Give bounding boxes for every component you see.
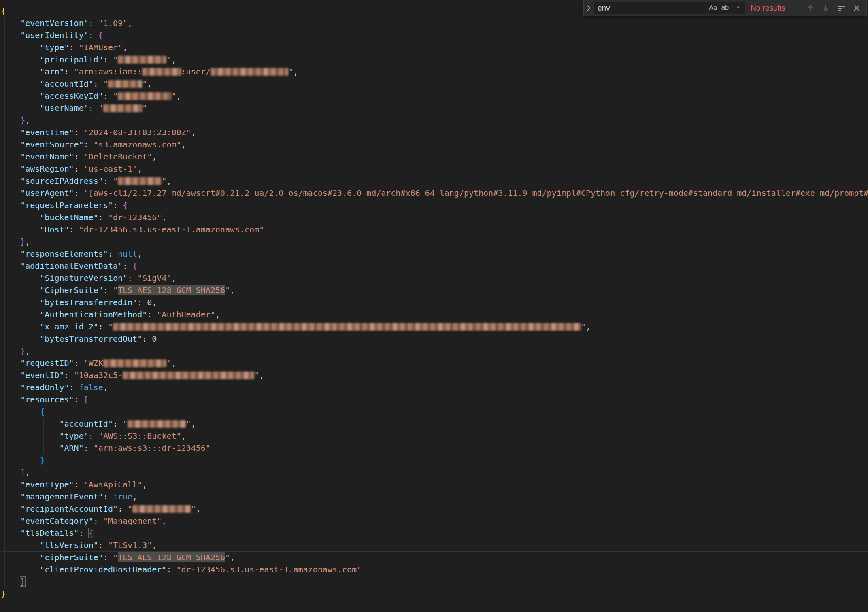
- redacted-text: [118, 92, 171, 100]
- code-token: [1, 225, 40, 234]
- code-token: [1, 468, 20, 477]
- redacted-text: [142, 68, 181, 76]
- code-token: "AWS::S3::Bucket": [98, 431, 181, 441]
- code-token: :: [89, 30, 98, 40]
- code-token: :: [89, 18, 98, 28]
- code-token: ": [142, 103, 147, 113]
- code-token: [1, 577, 20, 586]
- code-token: ": [162, 176, 166, 186]
- code-token: :: [103, 55, 113, 64]
- code-token: ,: [181, 431, 186, 441]
- code-token: [1, 273, 40, 283]
- next-match-button[interactable]: [819, 2, 832, 14]
- find-input[interactable]: [594, 4, 707, 13]
- code-token: [1, 188, 20, 198]
- code-token: "WZK: [84, 358, 103, 368]
- code-token: "x-amz-id-2": [40, 322, 98, 332]
- whole-word-button[interactable]: ab: [719, 3, 731, 13]
- editor[interactable]: { "eventVersion": "1.09", "userIdentity"…: [0, 0, 868, 612]
- code-line: ],: [1, 466, 868, 478]
- code-token: "eventVersion": [20, 18, 89, 28]
- code-token: "CipherSuite": [40, 285, 103, 295]
- match-case-button[interactable]: Aa: [707, 3, 719, 13]
- code-token: "recipientAccountId": [20, 504, 118, 514]
- code-token: "SigV4": [137, 273, 171, 283]
- code-line: "clientProvidedHostHeader": "dr-123456.s…: [1, 563, 868, 576]
- code-line: "principalId": "",: [1, 53, 868, 66]
- code-token: "IAMUser": [79, 42, 123, 52]
- code-token: "DeleteBucket": [84, 152, 152, 162]
- chevron-right-icon: [585, 4, 592, 12]
- code-token: [1, 565, 40, 574]
- code-line: "eventSource": "s3.amazonaws.com",: [1, 138, 868, 151]
- code-token: [1, 395, 20, 404]
- redacted-text: [118, 56, 166, 64]
- code-token: [1, 382, 20, 392]
- code-token: :: [84, 443, 94, 453]
- code-token: ,: [103, 382, 108, 392]
- find-input-box: Aa ab .*: [594, 2, 745, 14]
- code-token: [1, 140, 20, 149]
- close-find-button[interactable]: [850, 2, 863, 14]
- redacted-text: [103, 104, 142, 112]
- code-token: :: [98, 212, 108, 222]
- code-token: :: [128, 273, 137, 283]
- code-token: [1, 370, 20, 380]
- code-token: :: [74, 480, 84, 489]
- code-line: "Host": "dr-123456.s3.us-east-1.amazonaw…: [1, 223, 868, 236]
- code-token: ": [166, 55, 171, 64]
- code-token: ": [225, 552, 230, 562]
- code-token: [1, 455, 40, 465]
- code-token: ,: [152, 298, 157, 307]
- code-token: [1, 298, 40, 307]
- code-token: :: [103, 91, 113, 101]
- code-token: 0: [152, 334, 157, 344]
- code-token: ]: [20, 468, 25, 477]
- code-token: "additionalEventData": [20, 261, 123, 271]
- code-token: ,: [142, 480, 147, 489]
- code-line: "requestParameters": {: [1, 199, 868, 211]
- code-token: {: [1, 6, 6, 16]
- code-token: "dr-123456.s3.us-east-1.amazonaws.com": [177, 565, 362, 574]
- code-token: "eventID": [20, 370, 64, 380]
- redacted-text: [108, 80, 142, 88]
- code-token: "managementEvent": [20, 492, 103, 502]
- code-line: "SignatureVersion": "SigV4",: [1, 272, 868, 284]
- code-line: },: [1, 114, 868, 126]
- code-token: :: [74, 152, 84, 162]
- regex-button[interactable]: .*: [731, 3, 743, 13]
- code-line: "awsRegion": "us-east-1",: [1, 163, 868, 175]
- toggle-replace-button[interactable]: [584, 0, 594, 16]
- code-token: :: [94, 79, 103, 89]
- find-widget: Aa ab .* No results: [583, 0, 867, 16]
- code-token: ,: [171, 273, 176, 283]
- code-token: "arn:aws:iam::: [74, 67, 143, 76]
- code-token: "tlsDetails": [20, 528, 79, 538]
- code-token: "eventCategory": [20, 516, 94, 526]
- code-token: :: [108, 249, 118, 259]
- code-token: ,: [191, 128, 196, 137]
- code-token: [1, 516, 20, 526]
- code-token: ,: [132, 492, 137, 502]
- code-token: [1, 30, 20, 40]
- code-line: "accessKeyId": "",: [1, 90, 868, 102]
- code-token: "accountId": [40, 79, 93, 89]
- code-token: ,: [181, 140, 186, 149]
- code-line: "tlsVersion": "TLSv1.3",: [1, 539, 868, 551]
- code-token: :: [137, 298, 147, 307]
- code-token: [1, 79, 40, 89]
- find-in-selection-button[interactable]: [835, 2, 848, 14]
- code-area: { "eventVersion": "1.09", "userIdentity"…: [1, 5, 868, 600]
- previous-match-button[interactable]: [804, 2, 817, 14]
- code-line: "userAgent": "[aws-cli/2.17.27 md/awscrt…: [1, 187, 868, 199]
- code-token: ,: [123, 42, 128, 52]
- code-token: [1, 504, 20, 514]
- code-token: :: [123, 261, 132, 271]
- code-token: [1, 55, 40, 64]
- code-token: ": [191, 504, 196, 514]
- close-icon: [853, 4, 860, 12]
- code-token: ,: [177, 91, 181, 101]
- code-token: "readOnly": [20, 382, 69, 392]
- code-line: "accountId": "",: [1, 78, 868, 90]
- code-token: "requestID": [20, 358, 74, 368]
